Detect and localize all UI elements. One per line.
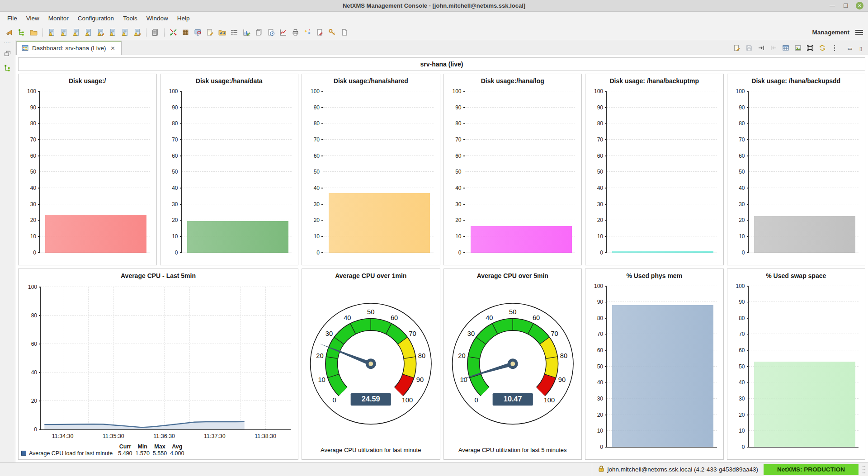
menu-tools[interactable]: Tools: [118, 13, 142, 24]
restore-view-icon[interactable]: [3, 48, 13, 58]
toolbar-snmp-trap-log-icon[interactable]: [71, 27, 82, 38]
toolbar-graph-edit-icon[interactable]: [241, 27, 252, 38]
axis-tick: [321, 107, 323, 108]
toolbar-alarm-horn-icon[interactable]: [4, 27, 15, 38]
axis-tick: [747, 318, 749, 319]
toolbar-remote-screen-icon[interactable]: [192, 27, 203, 38]
menu-configuration[interactable]: Configuration: [73, 13, 118, 24]
y-axis-label: 60: [587, 347, 603, 353]
toolbar-event-list-icon[interactable]: [229, 27, 240, 38]
y-axis-label: 0: [729, 250, 745, 256]
toolbar-edit-report-icon[interactable]: [314, 27, 326, 38]
chart-panel-3: Disk usage:/hana/log01020304050607080901…: [443, 74, 582, 265]
menu-view[interactable]: View: [22, 13, 44, 24]
export-table-icon[interactable]: [780, 42, 791, 53]
y-axis-label: 30: [445, 201, 462, 207]
y-axis-label: 80: [21, 312, 37, 319]
fullscreen-icon[interactable]: [805, 42, 816, 53]
toolbar-history-log-icon[interactable]: [265, 27, 277, 38]
toolbar-event-log-icon[interactable]: [46, 27, 57, 38]
chart-panel-7: Average CPU over 1min0102030405060708090…: [302, 269, 440, 460]
tab-dashboard-srv-hana[interactable]: Dashboard: srv-hana (Live) ✕: [16, 41, 122, 55]
bar-plot-area: 0102030405060708090100: [465, 91, 576, 253]
view-menu-icon[interactable]: [829, 42, 840, 53]
menu-monitor[interactable]: Monitor: [44, 13, 73, 24]
chart-title: Average CPU - Last 5min: [19, 269, 298, 281]
toolbar-network-map-icon[interactable]: [180, 27, 191, 38]
toolbar-windows-event-log-icon[interactable]: [107, 27, 118, 38]
tab-close-icon[interactable]: ✕: [109, 45, 117, 52]
bar-plot-area: 0102030405060708090100: [748, 91, 859, 253]
chart-panel-6: Average CPU - Last 5min02040608010011:34…: [18, 269, 298, 460]
axis-tick: [321, 91, 323, 92]
toolbar-template-graphs-icon[interactable]: [217, 27, 228, 38]
bar-value: [471, 226, 572, 253]
dashboard-tab-icon: [21, 44, 29, 53]
chart-title: Average CPU over 5min: [444, 269, 582, 281]
screenshot-icon[interactable]: [793, 42, 803, 53]
bar-value: [754, 362, 855, 447]
toolbar-syslog-icon[interactable]: [58, 27, 70, 38]
y-axis-label: 40: [445, 185, 462, 191]
toolbar-object-tree-icon[interactable]: [16, 27, 27, 38]
toolbar-graph-compare-icon[interactable]: [168, 27, 179, 38]
toolbar-audit-log-icon[interactable]: [83, 27, 94, 38]
y-axis-label: 30: [587, 396, 603, 402]
axis-tick: [463, 91, 465, 92]
rail-grip-handle[interactable]: ····: [4, 42, 11, 44]
toolbar-alarm-log-icon[interactable]: [119, 27, 131, 38]
window-maximize-icon[interactable]: ❐: [842, 2, 849, 9]
toolbar-performance-chart-icon[interactable]: [278, 27, 289, 38]
window-close-icon[interactable]: ✕: [856, 2, 863, 9]
y-axis-label: 40: [303, 185, 320, 191]
window-minimize-icon[interactable]: —: [829, 2, 836, 9]
view-minimize-icon[interactable]: ▭: [846, 45, 854, 52]
axis-tick: [747, 91, 749, 92]
y-axis-label: 70: [587, 137, 603, 143]
chart-title: Disk usage:/hana/shared: [302, 74, 440, 86]
pin-right-icon[interactable]: [756, 42, 767, 53]
axis-tick: [747, 236, 749, 237]
toolbar-separator: [164, 28, 165, 37]
gauge-value: 24.59: [362, 395, 380, 403]
menu-help[interactable]: Help: [173, 13, 194, 24]
minimized-views-rail: ····: [0, 40, 15, 462]
toolbar-policy-edit-log-icon[interactable]: [95, 27, 106, 38]
y-axis-label: 100: [729, 88, 745, 94]
axis-tick: [605, 172, 607, 173]
gridline: [182, 91, 292, 91]
axis-tick: [38, 91, 40, 92]
y-axis-label: 20: [21, 398, 37, 404]
y-axis-label: 80: [445, 120, 462, 127]
toolbar-access-key-icon[interactable]: [326, 27, 338, 38]
dashboard-content: srv-hana (live) Disk usage:/010203040506…: [15, 55, 868, 462]
y-axis-label: 90: [587, 104, 603, 111]
toolbar-printer-icon[interactable]: [290, 27, 301, 38]
menu-file[interactable]: File: [3, 13, 22, 24]
statusbar-grip-handle[interactable]: [861, 465, 867, 475]
minimized-object-tree-icon[interactable]: [3, 63, 13, 73]
server-badge: NetXMS: PRODUCTION: [764, 464, 859, 475]
toolbar-open-dashboard-icon[interactable]: [28, 27, 39, 38]
y-axis-label: 30: [729, 201, 745, 207]
view-maximize-icon[interactable]: ▯: [857, 45, 864, 52]
toolbar-edit-notes-icon[interactable]: [204, 27, 216, 38]
y-axis-label: 20: [20, 217, 36, 223]
y-axis-label: 70: [445, 137, 462, 143]
toolbar-data-collection-icon[interactable]: [150, 27, 161, 38]
gridline: [749, 107, 859, 108]
y-axis-label: 0: [587, 444, 603, 450]
menu-window[interactable]: Window: [142, 13, 173, 24]
toolbar-notification-log-icon[interactable]: [132, 27, 143, 38]
edit-dashboard-icon[interactable]: [731, 42, 742, 53]
toolbar-copy-pages-icon[interactable]: [253, 27, 264, 38]
y-axis-label: 50: [729, 169, 745, 175]
gridline: [182, 156, 292, 156]
toolbar-report-page-icon[interactable]: [339, 27, 350, 38]
hamburger-menu-icon[interactable]: [854, 28, 864, 37]
toolbar-magic-actions-icon[interactable]: [302, 27, 313, 38]
window-titlebar[interactable]: NetXMS Management Console - [john.mitche…: [0, 0, 868, 12]
y-axis-label: 0: [729, 444, 745, 450]
y-axis-label: 0: [587, 250, 603, 256]
refresh-icon[interactable]: [817, 42, 828, 53]
